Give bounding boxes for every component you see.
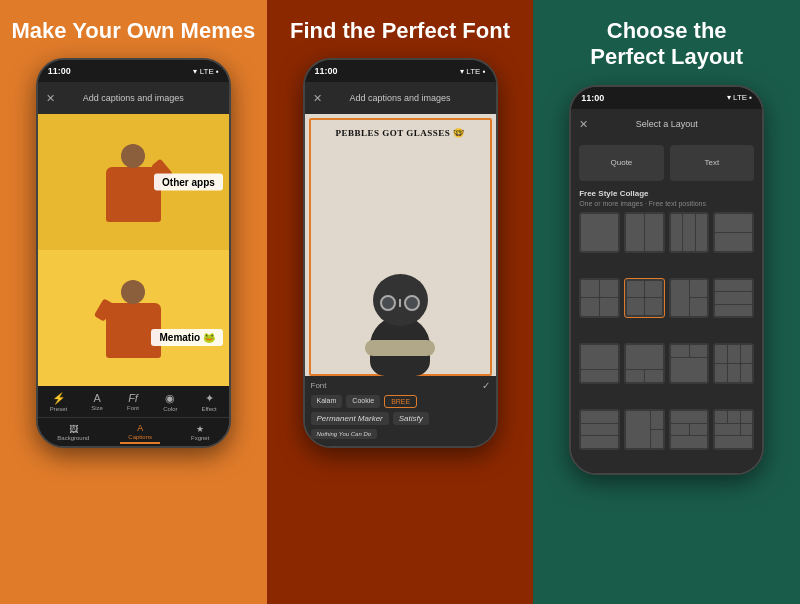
panel-layout: Choose thePerfect Layout 11:00 ▾ LTE ▪ ✕…: [533, 0, 800, 604]
panel-3-title: Choose thePerfect Layout: [590, 18, 743, 71]
layout-item-6-selected[interactable]: [624, 278, 665, 319]
status-time-3: 11:00: [581, 93, 604, 103]
tab-fxgnet[interactable]: ★ Fxgnet: [183, 422, 217, 443]
phone-toolbar-1: ⚡ Preset A Size Ff Font ◉ Color ✦ Effe: [38, 386, 229, 446]
phone-3: 11:00 ▾ LTE ▪ ✕ Select a Layout Quote Te…: [569, 85, 764, 475]
font-row-header: Font ✓: [311, 380, 490, 391]
app-header-1: ✕ Add captions and images: [38, 82, 229, 114]
font-satisfy[interactable]: Satisfy: [393, 412, 429, 425]
header-title-1: Add captions and images: [83, 93, 184, 104]
layout-item-8[interactable]: [713, 278, 754, 319]
meme-top: Other apps: [38, 114, 229, 250]
panel-1-title: Make Your Own Memes: [11, 18, 255, 44]
toolbar-tabs-row: 🖼 Background A Captions ★ Fxgnet: [38, 418, 229, 446]
layout-grid: [571, 210, 762, 473]
toolbar-preset[interactable]: ⚡ Preset: [50, 392, 67, 412]
close-button-1[interactable]: ✕: [46, 92, 55, 105]
layout-item-5[interactable]: [579, 278, 620, 319]
font-image-area: PEBBLES GOT GLASSES 🤓: [305, 114, 496, 376]
layout-opt-quote-label: Quote: [611, 158, 633, 167]
font-selector: Font ✓ Kalam Cookie BREE Permanent Marke…: [305, 376, 496, 446]
font-label: Font: [311, 381, 327, 390]
layout-item-7[interactable]: [669, 278, 710, 319]
layout-section-title: Free Style Collage: [571, 185, 762, 200]
tab-captions[interactable]: A Captions: [120, 421, 160, 444]
status-icons-1: ▾ LTE ▪: [193, 67, 218, 76]
font-cookie[interactable]: Cookie: [346, 395, 380, 408]
toolbar-effect[interactable]: ✦ Effect: [202, 392, 217, 412]
layout-item-3[interactable]: [669, 212, 710, 253]
app-header-2: ✕ Add captions and images: [305, 82, 496, 114]
panel-font: Find the Perfect Font 11:00 ▾ LTE ▪ ✕ Ad…: [267, 0, 534, 604]
layout-item-4[interactable]: [713, 212, 754, 253]
meme-content: Other apps Mematio 🐸: [38, 114, 229, 386]
layout-item-10[interactable]: [624, 343, 665, 384]
font-bree[interactable]: BREE: [384, 395, 417, 408]
layout-item-9[interactable]: [579, 343, 620, 384]
status-bar-3: 11:00 ▾ LTE ▪: [571, 87, 762, 109]
layout-item-16[interactable]: [713, 409, 754, 450]
close-button-2[interactable]: ✕: [313, 92, 322, 105]
layout-opt-quote[interactable]: Quote: [579, 145, 664, 181]
toolbar-size[interactable]: A Size: [91, 392, 103, 411]
layout-item-15[interactable]: [669, 409, 710, 450]
toolbar-icons-row: ⚡ Preset A Size Ff Font ◉ Color ✦ Effe: [38, 386, 229, 418]
header-title-2: Add captions and images: [349, 93, 450, 104]
status-icons-2: ▾ LTE ▪: [460, 67, 485, 76]
status-icons-3: ▾ LTE ▪: [727, 93, 752, 102]
font-options: Kalam Cookie BREE Permanent Marker Satis…: [311, 395, 490, 439]
layout-top-options: Quote Text: [571, 141, 762, 185]
layout-item-14[interactable]: [624, 409, 665, 450]
layout-section-sub: One or more images · Free text positions: [571, 200, 762, 210]
status-time-2: 11:00: [315, 66, 338, 76]
toolbar-color[interactable]: ◉ Color: [163, 392, 177, 412]
meme-bottom: Mematio 🐸: [38, 250, 229, 386]
status-bar-2: 11:00 ▾ LTE ▪: [305, 60, 496, 82]
pug-text-overlay: PEBBLES GOT GLASSES 🤓: [335, 128, 464, 138]
panel-memes: Make Your Own Memes 11:00 ▾ LTE ▪ ✕ Add …: [0, 0, 267, 604]
status-time-1: 11:00: [48, 66, 71, 76]
phone-2: 11:00 ▾ LTE ▪ ✕ Add captions and images …: [303, 58, 498, 448]
layout-item-2[interactable]: [624, 212, 665, 253]
font-check: ✓: [482, 380, 490, 391]
layout-item-1[interactable]: [579, 212, 620, 253]
toolbar-font[interactable]: Ff Font: [127, 392, 139, 411]
font-kalam[interactable]: Kalam: [311, 395, 343, 408]
close-button-3[interactable]: ✕: [579, 118, 588, 131]
phone-1: 11:00 ▾ LTE ▪ ✕ Add captions and images: [36, 58, 231, 448]
font-permanent-marker[interactable]: Permanent Marker: [311, 412, 389, 425]
layout-item-13[interactable]: [579, 409, 620, 450]
meme-top-label: Other apps: [154, 174, 223, 191]
layout-item-11[interactable]: [669, 343, 710, 384]
panel-2-title: Find the Perfect Font: [290, 18, 510, 44]
app-header-3: ✕ Select a Layout: [571, 109, 762, 141]
layout-content: Quote Text Free Style Collage One or mor…: [571, 141, 762, 473]
layout-opt-text-label: Text: [705, 158, 720, 167]
meme-container: Other apps Mematio 🐸: [38, 114, 229, 386]
layout-opt-text[interactable]: Text: [670, 145, 755, 181]
meme-bottom-label: Mematio 🐸: [151, 329, 222, 346]
status-bar-1: 11:00 ▾ LTE ▪: [38, 60, 229, 82]
tab-background[interactable]: 🖼 Background: [49, 422, 97, 443]
layout-item-12[interactable]: [713, 343, 754, 384]
header-title-3: Select a Layout: [636, 119, 698, 130]
font-nothing[interactable]: Nothing You Can Do: [311, 429, 378, 439]
